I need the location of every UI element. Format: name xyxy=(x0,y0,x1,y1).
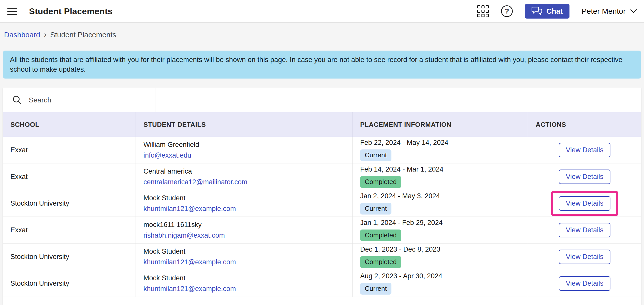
placement-dates: Jan 1, 2024 - Feb 29, 2024 xyxy=(360,219,528,227)
actions-cell: View Details xyxy=(528,217,641,243)
table-body: Exxat William Greenfield info@exxat.edu … xyxy=(3,137,641,297)
student-name: mock1611 1611sky xyxy=(143,221,352,229)
table-row: Stockton University Mock Student khuntmi… xyxy=(3,270,641,297)
view-details-button[interactable]: View Details xyxy=(559,170,610,184)
actions-cell: View Details xyxy=(528,190,641,217)
breadcrumb: Dashboard › Student Placements xyxy=(4,30,644,39)
placement-dates: Aug 2, 2023 - Apr 30, 2024 xyxy=(360,272,528,280)
view-details-button[interactable]: View Details xyxy=(559,250,610,264)
annotation-highlight: View Details xyxy=(551,191,618,216)
student-details-cell: mock1611 1611sky rishabh.nigam@exxat.com xyxy=(136,217,353,243)
student-name: Mock Student xyxy=(143,248,352,255)
search-icon xyxy=(12,95,22,105)
student-email-link[interactable]: rishabh.nigam@exxat.com xyxy=(143,232,352,239)
help-icon[interactable]: ? xyxy=(501,5,513,17)
view-details-button[interactable]: View Details xyxy=(559,276,610,291)
chat-button-label: Chat xyxy=(546,7,563,16)
student-name: Central america xyxy=(143,167,352,175)
student-name: Mock Student xyxy=(143,194,352,202)
student-details-cell: Mock Student khuntmilan121@example.com xyxy=(136,270,353,297)
status-badge: Current xyxy=(360,283,391,294)
student-name: William Greenfield xyxy=(143,141,352,149)
school-name: Exxat xyxy=(10,173,136,181)
school-name: Stockton University xyxy=(10,253,136,261)
column-header-placement-information: PLACEMENT INFORMATION xyxy=(353,112,528,137)
view-details-button[interactable]: View Details xyxy=(559,143,610,157)
annotation-highlight: View Details xyxy=(551,138,618,162)
student-details-cell: William Greenfield info@exxat.edu xyxy=(136,137,353,163)
search-input[interactable] xyxy=(29,96,136,104)
placement-dates: Jan 2, 2024 - May 3, 2024 xyxy=(360,192,528,200)
table-row: Exxat Central america centralamerica12@m… xyxy=(3,163,641,190)
placement-dates: Feb 22, 2024 - May 14, 2024 xyxy=(360,139,528,147)
school-cell: Exxat xyxy=(3,137,136,163)
column-header-student-details: STUDENT DETAILS xyxy=(136,112,353,137)
placements-card: SCHOOL STUDENT DETAILS PLACEMENT INFORMA… xyxy=(3,88,641,305)
breadcrumb-link-dashboard[interactable]: Dashboard xyxy=(4,31,40,39)
table-row: Stockton University Mock Student khuntmi… xyxy=(3,190,641,217)
table-header: SCHOOL STUDENT DETAILS PLACEMENT INFORMA… xyxy=(3,112,641,137)
user-menu[interactable]: Peter Mentor xyxy=(582,7,637,16)
placement-dates: Dec 1, 2023 - Dec 8, 2023 xyxy=(360,246,528,253)
column-header-school: SCHOOL xyxy=(3,112,136,137)
apps-grid-icon[interactable] xyxy=(477,5,489,17)
chevron-down-icon xyxy=(630,9,637,13)
top-bar-actions: ? Chat Peter Mentor xyxy=(477,4,637,19)
table-row: Exxat mock1611 1611sky rishabh.nigam@exx… xyxy=(3,217,641,243)
chat-button[interactable]: Chat xyxy=(525,4,569,19)
student-email-link[interactable]: centralamerica12@mailinator.com xyxy=(143,178,352,186)
student-email-link[interactable]: khuntmilan121@example.com xyxy=(143,205,352,213)
hamburger-menu-icon[interactable] xyxy=(7,8,17,15)
placement-info-cell: Feb 14, 2024 - Mar 1, 2024 Completed xyxy=(353,163,528,190)
student-details-cell: Central america centralamerica12@mailina… xyxy=(136,163,353,190)
page-title: Student Placements xyxy=(29,6,113,16)
student-email-link[interactable]: khuntmilan121@example.com xyxy=(143,258,352,266)
status-badge: Current xyxy=(360,149,391,161)
placement-info-cell: Jan 1, 2024 - Feb 29, 2024 Completed xyxy=(353,217,528,243)
status-badge: Completed xyxy=(360,256,401,268)
placement-info-cell: Aug 2, 2023 - Apr 30, 2024 Current xyxy=(353,270,528,297)
school-cell: Stockton University xyxy=(3,270,136,297)
actions-cell: View Details xyxy=(528,243,641,270)
status-badge: Completed xyxy=(360,230,401,241)
placement-info-cell: Jan 2, 2024 - May 3, 2024 Current xyxy=(353,190,528,217)
school-name: Exxat xyxy=(10,146,136,154)
placement-dates: Feb 14, 2024 - Mar 1, 2024 xyxy=(360,165,528,173)
school-name: Stockton University xyxy=(10,200,136,207)
student-details-cell: Mock Student khuntmilan121@example.com xyxy=(136,243,353,270)
search-section xyxy=(3,88,155,112)
school-name: Stockton University xyxy=(10,280,136,287)
annotation-highlight: View Details xyxy=(551,164,618,189)
school-cell: Stockton University xyxy=(3,190,136,217)
annotation-highlight: View Details xyxy=(551,245,618,269)
info-banner: All the students that are affiliated wit… xyxy=(3,51,641,79)
status-badge: Completed xyxy=(360,176,401,188)
column-header-actions: ACTIONS xyxy=(528,112,641,137)
user-name: Peter Mentor xyxy=(582,7,626,16)
breadcrumb-current-page: Student Placements xyxy=(50,31,116,39)
actions-cell: View Details xyxy=(528,137,641,163)
student-name: Mock Student xyxy=(143,274,352,282)
placement-info-cell: Dec 1, 2023 - Dec 8, 2023 Completed xyxy=(353,243,528,270)
table-row: Exxat William Greenfield info@exxat.edu … xyxy=(3,137,641,163)
view-details-button[interactable]: View Details xyxy=(559,196,610,211)
student-details-cell: Mock Student khuntmilan121@example.com xyxy=(136,190,353,217)
search-row xyxy=(3,88,641,112)
student-email-link[interactable]: khuntmilan121@example.com xyxy=(143,285,352,293)
top-bar: Student Placements ? Chat Peter Mentor xyxy=(0,0,644,23)
placement-info-cell: Feb 22, 2024 - May 14, 2024 Current xyxy=(353,137,528,163)
school-cell: Exxat xyxy=(3,163,136,190)
breadcrumb-separator-icon: › xyxy=(44,30,47,39)
view-details-button[interactable]: View Details xyxy=(559,223,610,237)
actions-cell: View Details xyxy=(528,270,641,297)
annotation-highlight: View Details xyxy=(551,218,618,242)
annotation-highlight: View Details xyxy=(551,271,618,296)
school-cell: Stockton University xyxy=(3,243,136,270)
actions-cell: View Details xyxy=(528,163,641,190)
chat-bubbles-icon xyxy=(532,6,543,16)
school-name: Exxat xyxy=(10,226,136,234)
school-cell: Exxat xyxy=(3,217,136,243)
student-email-link[interactable]: info@exxat.edu xyxy=(143,151,352,159)
status-badge: Current xyxy=(360,203,391,214)
table-row: Stockton University Mock Student khuntmi… xyxy=(3,243,641,270)
